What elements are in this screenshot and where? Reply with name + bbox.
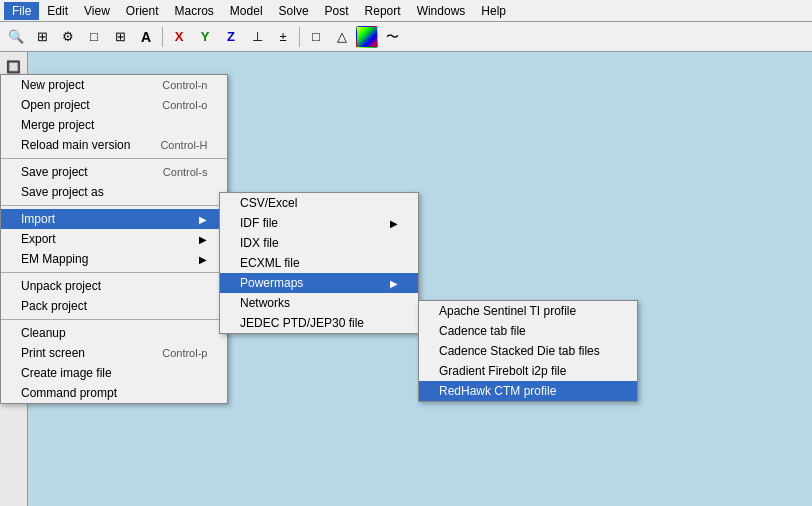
menu-item-open-project[interactable]: Open project Control-o (1, 95, 227, 115)
menu-item-reload-main[interactable]: Reload main version Control-H (1, 135, 227, 155)
menubar-item-solve[interactable]: Solve (271, 2, 317, 20)
menubar-item-orient[interactable]: Orient (118, 2, 167, 20)
idx-file-label: IDX file (240, 236, 279, 250)
file-menu: New project Control-n Open project Contr… (0, 74, 228, 404)
menu-item-reload-main-label: Reload main version (21, 138, 130, 152)
menu-item-idx-file[interactable]: IDX file (220, 233, 418, 253)
idf-file-label: IDF file (240, 216, 278, 230)
file-menu-sep-2 (1, 205, 227, 206)
menubar: File Edit View Orient Macros Model Solve… (0, 0, 812, 22)
menu-item-unpack-label: Unpack project (21, 279, 101, 293)
idf-arrow-icon: ▶ (390, 218, 398, 229)
file-menu-sep-1 (1, 158, 227, 159)
powermaps-label: Powermaps (240, 276, 303, 290)
menu-item-jedec[interactable]: JEDEC PTD/JEP30 file (220, 313, 418, 333)
menu-item-import-label: Import (21, 212, 55, 226)
menu-item-command-prompt[interactable]: Command prompt (1, 383, 227, 403)
powermaps-arrow-icon: ▶ (390, 278, 398, 289)
menu-item-save-project[interactable]: Save project Control-s (1, 162, 227, 182)
toolbar-btn-color[interactable] (356, 26, 378, 48)
menu-item-open-project-shortcut: Control-o (162, 99, 207, 111)
toolbar-btn-z[interactable]: Z (219, 25, 243, 49)
menu-item-ecxml-file[interactable]: ECXML file (220, 253, 418, 273)
menu-item-csv-excel[interactable]: CSV/Excel (220, 193, 418, 213)
menu-item-print-screen-shortcut: Control-p (162, 347, 207, 359)
menu-item-create-image[interactable]: Create image file (1, 363, 227, 383)
menu-item-new-project[interactable]: New project Control-n (1, 75, 227, 95)
toolbar: 🔍 ⊞ ⚙ □ ⊞ A X Y Z ⊥ ± □ △ 〜 (0, 22, 812, 52)
cadence-tab-label: Cadence tab file (439, 324, 526, 338)
jedec-label: JEDEC PTD/JEP30 file (240, 316, 364, 330)
menu-item-cadence-tab[interactable]: Cadence tab file (419, 321, 637, 341)
menu-item-merge-project-label: Merge project (21, 118, 94, 132)
toolbar-separator-2 (299, 27, 300, 47)
redhawk-ctm-label: RedHawk CTM profile (439, 384, 556, 398)
toolbar-btn-zoom[interactable]: 🔍 (4, 25, 28, 49)
toolbar-btn-table[interactable]: ⊞ (108, 25, 132, 49)
menu-item-redhawk-ctm[interactable]: RedHawk CTM profile (419, 381, 637, 401)
menu-item-unpack-project[interactable]: Unpack project (1, 276, 227, 296)
menu-item-reload-main-shortcut: Control-H (160, 139, 207, 151)
ecxml-file-label: ECXML file (240, 256, 300, 270)
menubar-item-windows[interactable]: Windows (409, 2, 474, 20)
menu-item-command-prompt-label: Command prompt (21, 386, 117, 400)
em-mapping-arrow-icon: ▶ (199, 254, 207, 265)
apache-sentinel-label: Apache Sentinel TI profile (439, 304, 576, 318)
menu-item-save-project-shortcut: Control-s (163, 166, 208, 178)
toolbar-btn-axis[interactable]: ⊥ (245, 25, 269, 49)
file-menu-sep-3 (1, 272, 227, 273)
menu-item-new-project-label: New project (21, 78, 84, 92)
toolbar-btn-triangle[interactable]: △ (330, 25, 354, 49)
toolbar-btn-box[interactable]: □ (82, 25, 106, 49)
menu-item-merge-project[interactable]: Merge project (1, 115, 227, 135)
menu-item-em-mapping-label: EM Mapping (21, 252, 88, 266)
toolbar-btn-wave[interactable]: 〜 (380, 25, 404, 49)
menu-item-new-project-shortcut: Control-n (162, 79, 207, 91)
menu-item-em-mapping[interactable]: EM Mapping ▶ (1, 249, 227, 269)
menu-item-pack-project[interactable]: Pack project (1, 296, 227, 316)
menu-item-cadence-stacked[interactable]: Cadence Stacked Die tab files (419, 341, 637, 361)
menubar-item-file[interactable]: File (4, 2, 39, 20)
menu-item-create-image-label: Create image file (21, 366, 112, 380)
menubar-item-macros[interactable]: Macros (167, 2, 222, 20)
csv-excel-label: CSV/Excel (240, 196, 297, 210)
menu-item-print-screen-label: Print screen (21, 346, 85, 360)
file-menu-sep-4 (1, 319, 227, 320)
main-area: 🔲 ⚙ 📐 📏 🎨 ☰ 📊 🔷 💠 New project Control-n … (0, 52, 812, 506)
toolbar-separator-1 (162, 27, 163, 47)
menubar-item-view[interactable]: View (76, 2, 118, 20)
menu-item-networks[interactable]: Networks (220, 293, 418, 313)
menu-item-idf-file[interactable]: IDF file ▶ (220, 213, 418, 233)
menu-item-export[interactable]: Export ▶ (1, 229, 227, 249)
toolbar-btn-x[interactable]: X (167, 25, 191, 49)
menu-item-open-project-label: Open project (21, 98, 90, 112)
export-arrow-icon: ▶ (199, 234, 207, 245)
import-arrow-icon: ▶ (199, 214, 207, 225)
toolbar-btn-grid[interactable]: ⊞ (30, 25, 54, 49)
menu-item-print-screen[interactable]: Print screen Control-p (1, 343, 227, 363)
menu-item-export-label: Export (21, 232, 56, 246)
powermaps-submenu: Apache Sentinel TI profile Cadence tab f… (418, 300, 638, 402)
menu-item-apache-sentinel[interactable]: Apache Sentinel TI profile (419, 301, 637, 321)
menu-item-cleanup[interactable]: Cleanup (1, 323, 227, 343)
menu-item-save-project-label: Save project (21, 165, 88, 179)
toolbar-btn-settings[interactable]: ⚙ (56, 25, 80, 49)
toolbar-btn-plusminus[interactable]: ± (271, 25, 295, 49)
menubar-item-edit[interactable]: Edit (39, 2, 76, 20)
menu-item-import[interactable]: Import ▶ (1, 209, 227, 229)
menu-item-gradient-firebolt[interactable]: Gradient Firebolt i2p file (419, 361, 637, 381)
menu-item-save-project-as[interactable]: Save project as (1, 182, 227, 202)
gradient-firebolt-label: Gradient Firebolt i2p file (439, 364, 566, 378)
toolbar-btn-y[interactable]: Y (193, 25, 217, 49)
toolbar-btn-square[interactable]: □ (304, 25, 328, 49)
menubar-item-help[interactable]: Help (473, 2, 514, 20)
menu-item-cleanup-label: Cleanup (21, 326, 66, 340)
menu-item-powermaps[interactable]: Powermaps ▶ (220, 273, 418, 293)
networks-label: Networks (240, 296, 290, 310)
menubar-item-report[interactable]: Report (357, 2, 409, 20)
menubar-item-model[interactable]: Model (222, 2, 271, 20)
toolbar-btn-text-a[interactable]: A (134, 25, 158, 49)
menu-item-save-project-as-label: Save project as (21, 185, 104, 199)
cadence-stacked-label: Cadence Stacked Die tab files (439, 344, 600, 358)
menubar-item-post[interactable]: Post (317, 2, 357, 20)
